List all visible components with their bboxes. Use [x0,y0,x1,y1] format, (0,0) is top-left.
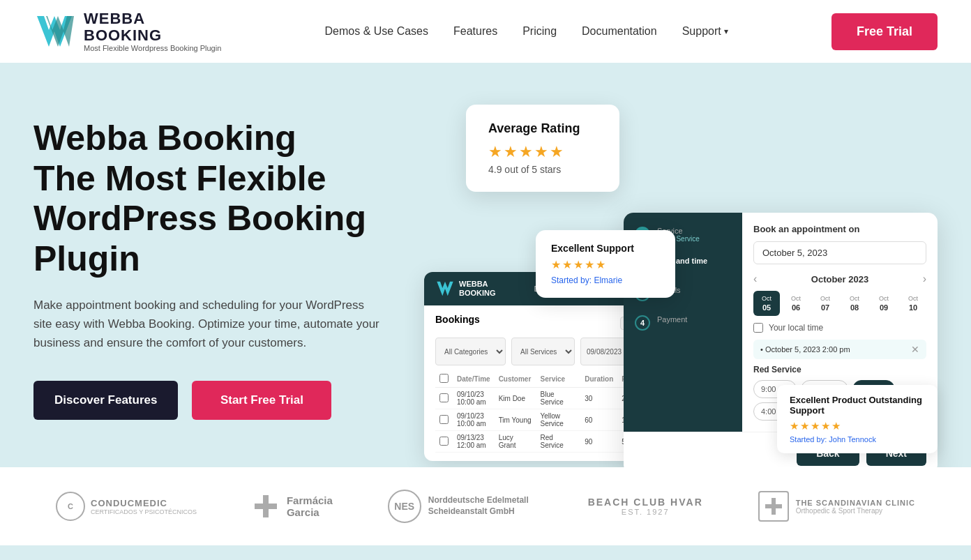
navbar: WEBBABOOKING Most Flexible Wordpress Boo… [0,0,971,63]
row3-duration: 90 [580,431,617,453]
row1-service: Blue Service [536,388,581,409]
farmacia-text: Farmácia Garcia [287,494,333,518]
rating-card: Average Rating ★★★★★ 4.9 out of 5 stars [466,105,619,192]
date-oct06[interactable]: Oct 06 [783,291,809,316]
bookings-title: Bookings [435,314,480,325]
svg-rect-4 [255,504,277,509]
bookings-logo-icon [435,279,455,298]
selected-datetime: • October 5, 2023 2:00 pm ✕ [753,340,926,359]
col-service: Service [536,371,581,388]
col-duration: Duration [580,371,617,388]
support-author: Elmarie [594,275,622,285]
month-nav: ‹ October 2023 › [753,273,926,285]
brand-tagline: Most Flexible Wordpress Booking Plugin [84,44,221,52]
date-oct07[interactable]: Oct 07 [812,291,838,316]
row2-customer: Tim Young [495,409,536,431]
partner-conducmedic: C CONDUCMEDIC CERTIFICADOS Y PSICOTÉCNIC… [56,492,197,521]
conducmedic-sub: CERTIFICADOS Y PSICOTÉCNICOS [91,508,197,515]
farmacia-icon [252,492,280,520]
svg-marker-2 [437,282,453,296]
nav-demos[interactable]: Demos & Use Cases [325,25,429,38]
review-card: Excellent Product Outstanding Support ★★… [777,385,938,453]
row3-service: Red Service [536,431,581,453]
scandinavian-icon [758,491,789,522]
date-row: Oct 05 Oct 06 Oct 07 Oct [753,291,926,316]
month-label: October 2023 [811,274,868,285]
start-free-trial-button[interactable]: Start Free Trial [192,381,331,420]
date-oct10[interactable]: Oct 10 [900,291,926,316]
row2-duration: 60 [580,409,617,431]
review-author: John Tennock [829,435,876,444]
nav-links: Demos & Use Cases Features Pricing Docum… [325,25,728,38]
step4-content: Payment [657,315,687,324]
brand-name: WEBBABOOKING [84,10,221,44]
support-dropdown-icon: ▾ [724,27,728,36]
col-checkbox [435,371,453,388]
logo-text-block: WEBBABOOKING Most Flexible Wordpress Boo… [84,10,221,52]
review-started-by: Started by: John Tennock [790,435,925,444]
nes-icon: NES [388,490,421,523]
rating-text: 4.9 out of 5 stars [488,164,597,175]
farmacia-name2: Garcia [287,506,333,518]
hero-section: Webba Booking The Most Flexible WordPres… [0,63,971,467]
selected-dt-text: • October 5, 2023 2:00 pm [760,345,850,354]
support-started-by: Started by: Elmarie [551,275,660,285]
nav-features[interactable]: Features [453,25,497,38]
book-title: Book an appointment on [753,224,926,234]
support-card: Excellent Support ★★★★★ Started by: Elma… [536,230,675,298]
discover-features-button[interactable]: Discover Features [33,381,178,420]
partner-beachclub: BEACH CLUB HVAR EST. 1927 [588,497,703,516]
farmacia-name: Farmácia [287,494,333,506]
partner-nes: NES Norddeutsche Edelmetall Scheideansta… [388,490,533,523]
logo-icon [33,10,75,52]
nav-pricing[interactable]: Pricing [522,25,557,38]
date-input[interactable] [753,241,926,264]
local-time-row: Your local time [753,323,926,333]
svg-rect-6 [765,504,782,508]
hero-visuals: Average Rating ★★★★★ 4.9 out of 5 stars … [410,105,938,467]
conducmedic-text: CONDUCMEDIC CERTIFICADOS Y PSICOTÉCNICOS [91,498,197,515]
date-oct05[interactable]: Oct 05 [753,291,780,316]
col-datetime: Date/Time [453,371,495,388]
bookings-logo: WEBBABOOKING [435,279,496,298]
date-oct08[interactable]: Oct 08 [841,291,868,316]
conducmedic-name: CONDUCMEDIC [91,498,197,508]
logo[interactable]: WEBBABOOKING Most Flexible Wordpress Boo… [33,10,221,52]
row1-duration: 30 [580,388,617,409]
support-stars: ★★★★★ [551,258,660,271]
beachclub-sub: EST. 1927 [588,508,703,516]
row1-customer: Kim Doe [495,388,536,409]
rating-stars: ★★★★★ [488,143,597,161]
prev-month-button[interactable]: ‹ [753,273,757,285]
date-oct09[interactable]: Oct 09 [871,291,897,316]
local-time-checkbox[interactable] [753,323,763,333]
row2-service: Yellow Service [536,409,581,431]
filter-service[interactable]: All Services [511,338,575,365]
col-customer: Customer [495,371,536,388]
step4-label: Payment [657,315,687,324]
free-trial-button[interactable]: Free Trial [831,13,938,50]
service-label: Red Service [753,365,926,374]
row3-dt: 09/13/2312:00 am [453,431,495,453]
support-card-title: Excellent Support [551,243,660,254]
bookings-logo-text: WEBBABOOKING [459,280,496,298]
beachclub-name: BEACH CLUB HVAR [588,497,703,508]
hero-buttons: Discover Features Start Free Trial [33,381,410,420]
local-time-label: Your local time [769,323,823,333]
review-title: Excellent Product Outstanding Support [790,395,925,416]
step4-num: 4 [635,315,650,331]
conducmedic-icon: C [56,492,85,521]
remove-datetime-button[interactable]: ✕ [911,344,919,355]
nes-text: Norddeutsche Edelmetall Scheideanstalt G… [428,495,533,517]
filter-category[interactable]: All Categories [435,338,506,365]
hero-title: Webba Booking The Most Flexible WordPres… [33,119,410,279]
hero-content: Webba Booking The Most Flexible WordPres… [33,105,410,467]
nav-support[interactable]: Support ▾ [682,25,728,38]
scandinavian-name: THE SCANDINAVIAN CLINIC [796,499,915,507]
partners-bar: C CONDUCMEDIC CERTIFICADOS Y PSICOTÉCNIC… [0,467,971,545]
nav-documentation[interactable]: Documentation [582,25,657,38]
partner-farmacia: Farmácia Garcia [252,492,333,520]
partner-scandinavian: THE SCANDINAVIAN CLINIC Orthopedic & Spo… [758,491,915,522]
scandinavian-text: THE SCANDINAVIAN CLINIC Orthopedic & Spo… [796,499,915,515]
next-month-button[interactable]: › [923,273,926,285]
